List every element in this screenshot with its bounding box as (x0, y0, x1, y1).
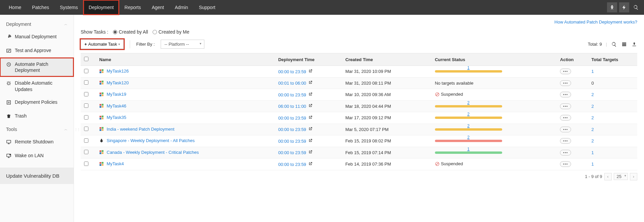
progress-bar[interactable]: 2 (435, 105, 502, 107)
total-targets-link[interactable]: 2 (592, 115, 594, 120)
radio-created-by-all[interactable]: Created by All (113, 29, 148, 35)
page-next-button[interactable]: › (630, 173, 637, 180)
topnav-item-support[interactable]: Support (194, 0, 221, 15)
external-link-icon[interactable] (308, 162, 313, 166)
topnav-item-patches[interactable]: Patches (27, 0, 54, 15)
automate-task-button[interactable]: + Automate Task ▾ (81, 39, 124, 49)
row-checkbox[interactable] (84, 80, 88, 85)
topnav-item-home[interactable]: Home (3, 0, 27, 15)
search-icon[interactable] (631, 2, 641, 12)
task-name-link[interactable]: Canada - Weekly Deployment - Critical Pa… (107, 150, 199, 155)
sidebar-item-manual-deployment[interactable]: Manual Deployment (0, 30, 74, 44)
topnav-item-systems[interactable]: Systems (54, 0, 83, 15)
deployment-time-link[interactable]: 06:00 to 11:00 (278, 104, 306, 109)
total-targets-link[interactable]: 1 (592, 162, 594, 167)
table-columns-icon[interactable] (621, 41, 627, 47)
total-targets-link[interactable]: 2 (592, 104, 594, 109)
row-action-menu[interactable]: ••• (560, 138, 571, 144)
sidebar-item-test-and-approve[interactable]: Test and Approve (0, 44, 74, 58)
progress-bar[interactable]: 1 (435, 151, 502, 154)
radio-created-by-me[interactable]: Created by Me (153, 29, 189, 35)
row-action-menu[interactable]: ••• (560, 115, 571, 121)
progress-value[interactable]: 2 (467, 135, 470, 140)
row-checkbox[interactable] (84, 115, 88, 120)
select-all-checkbox[interactable] (84, 57, 88, 61)
progress-bar[interactable]: 2 (435, 117, 502, 119)
row-action-menu[interactable]: ••• (560, 161, 571, 167)
rocket-icon[interactable] (607, 2, 617, 12)
progress-value[interactable]: 1 (467, 65, 470, 70)
task-name-link[interactable]: MyTask120 (107, 80, 129, 85)
row-checkbox[interactable] (84, 103, 88, 108)
platform-filter-select[interactable]: -- Platform -- (161, 40, 204, 49)
sidebar-item-remote-shutdown[interactable]: Remote Shutdown (0, 135, 74, 149)
topnav-item-reports[interactable]: Reports (119, 0, 146, 15)
topnav-item-agent[interactable]: Agent (146, 0, 169, 15)
row-action-menu[interactable]: ••• (560, 127, 571, 132)
row-checkbox[interactable] (84, 138, 88, 143)
total-targets-link[interactable]: 1 (592, 150, 594, 155)
progress-bar[interactable]: 2 (435, 140, 502, 142)
external-link-icon[interactable] (308, 150, 313, 154)
row-action-menu[interactable]: ••• (560, 150, 571, 156)
external-link-icon[interactable] (308, 80, 313, 85)
task-name-link[interactable]: Singapore - Weekly Deployment - All Patc… (107, 138, 195, 143)
lightning-icon[interactable] (619, 2, 629, 12)
sidebar-section-deployment[interactable]: Deployment ︿ (0, 18, 74, 30)
task-name-link[interactable]: MyTask126 (107, 69, 129, 74)
page-prev-button[interactable]: ‹ (604, 173, 612, 180)
total-targets-link[interactable]: 2 (592, 138, 594, 143)
deployment-time-link[interactable]: 00:00 to 23:59 (278, 69, 306, 74)
row-action-menu[interactable]: ••• (560, 80, 571, 86)
topnav-item-admin[interactable]: Admin (169, 0, 194, 15)
external-link-icon[interactable] (308, 115, 313, 120)
sidebar-item-trash[interactable]: Trash (0, 109, 74, 123)
deployment-time-link[interactable]: 00:00 to 23:59 (278, 162, 306, 167)
sidebar-item-wake-on-lan[interactable]: Wake on LAN (0, 149, 74, 163)
task-name-link[interactable]: MyTask46 (107, 103, 126, 108)
row-checkbox[interactable] (84, 150, 88, 154)
external-link-icon[interactable] (308, 103, 313, 108)
task-name-link[interactable]: India - weekend Patch Deployment (107, 127, 174, 132)
deployment-time-link[interactable]: 00:01 to 06:00 (278, 81, 306, 86)
deployment-time-link[interactable]: 00:00 to 23:59 (278, 150, 306, 155)
radio-created-by-me-input[interactable] (153, 30, 157, 34)
deployment-time-link[interactable]: 00:00 to 23:59 (278, 139, 306, 144)
external-link-icon[interactable] (308, 138, 313, 143)
task-name-link[interactable]: MyTask4 (107, 161, 124, 166)
total-targets-link[interactable]: 2 (592, 127, 594, 132)
row-checkbox[interactable] (84, 127, 88, 131)
external-link-icon[interactable] (308, 69, 313, 73)
row-checkbox[interactable] (84, 92, 88, 96)
external-link-icon[interactable] (308, 127, 313, 131)
task-name-link[interactable]: MyTask35 (107, 115, 126, 120)
progress-value[interactable]: 2 (467, 100, 470, 105)
row-checkbox[interactable] (84, 69, 88, 73)
search-icon[interactable] (611, 41, 617, 47)
deployment-time-link[interactable]: 00:00 to 23:59 (278, 127, 306, 132)
row-action-menu[interactable]: ••• (560, 69, 571, 74)
progress-bar[interactable]: 1 (435, 70, 502, 73)
radio-created-by-all-input[interactable] (113, 30, 117, 34)
topnav-item-deployment[interactable]: Deployment (83, 0, 119, 15)
sidebar-item-deployment-policies[interactable]: Deployment Policies (0, 96, 74, 109)
update-vulnerability-db[interactable]: Update Vulnerability DB (0, 168, 74, 184)
deployment-time-link[interactable]: 00:00 to 23:59 (278, 116, 306, 121)
external-link-icon[interactable] (308, 92, 313, 96)
row-action-menu[interactable]: ••• (560, 103, 571, 109)
export-icon[interactable] (631, 41, 637, 47)
sidebar-item-disable-automatic-updates[interactable]: Disable Automatic Updates (0, 77, 74, 95)
total-targets-link[interactable]: 2 (592, 92, 594, 97)
progress-value[interactable]: 2 (467, 112, 470, 117)
task-name-link[interactable]: MyTask19 (107, 92, 126, 97)
deployment-time-link[interactable]: 00:00 to 23:59 (278, 92, 306, 97)
total-targets-link[interactable]: 1 (592, 69, 594, 74)
help-link[interactable]: How Automated Patch Deployment works? (555, 19, 637, 25)
sidebar-section-tools[interactable]: Tools ︿ (0, 123, 74, 135)
sidebar-item-automate-patch-deployment[interactable]: Automate Patch Deployment (0, 58, 74, 77)
progress-bar[interactable]: 2 (435, 128, 502, 131)
row-checkbox[interactable] (84, 162, 88, 166)
row-action-menu[interactable]: ••• (560, 92, 571, 97)
progress-value[interactable]: 2 (467, 124, 470, 128)
page-size-select[interactable]: 25 (614, 173, 628, 180)
